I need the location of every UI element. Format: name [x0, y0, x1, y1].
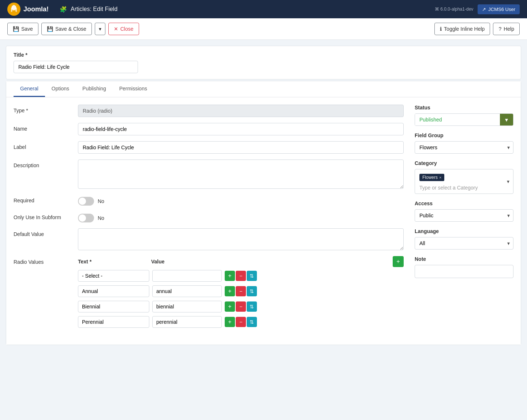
form-right: Status Published Unpublished Archived Tr…	[415, 105, 513, 337]
radio-text-input[interactable]	[78, 270, 149, 282]
radio-text-input[interactable]	[78, 316, 149, 328]
radio-text-input[interactable]	[78, 285, 149, 297]
chevron-down-icon: ▾	[505, 117, 508, 123]
access-group: Access Public Registered Special ▾	[415, 200, 513, 222]
radio-values-label: Radio Values	[14, 256, 72, 265]
radio-row: + − ⇅	[78, 285, 404, 297]
radio-value-input[interactable]	[152, 301, 222, 312]
status-label: Status	[415, 105, 513, 110]
radio-value-input[interactable]	[152, 285, 222, 297]
tab-permissions[interactable]: Permissions	[113, 81, 154, 97]
radio-row: + − ⇅	[78, 270, 404, 282]
save-dropdown-button[interactable]: ▾	[95, 23, 105, 35]
name-input[interactable]	[78, 123, 404, 135]
help-button[interactable]: ? Help	[493, 23, 520, 35]
title-label: Title *	[14, 52, 513, 58]
status-select-wrapper: Published Unpublished Archived Trashed ▾	[415, 113, 513, 126]
name-row: Name	[14, 123, 404, 135]
required-toggle-container: No	[78, 195, 104, 206]
radio-text-input[interactable]	[78, 301, 149, 312]
radio-add-button[interactable]: +	[225, 286, 235, 296]
required-toggle-label: No	[98, 198, 104, 204]
content-wrapper: Title * General Options Publishing Permi…	[0, 40, 527, 351]
label-label: Label	[14, 141, 72, 150]
status-dropdown-button[interactable]: ▾	[500, 114, 513, 125]
required-label: Required	[14, 195, 72, 203]
radio-rows-container: + − ⇅ + − ⇅ + − ⇅ + −	[78, 270, 404, 328]
toolbar-right: ℹ Toggle Inline Help ? Help	[434, 23, 520, 35]
chevron-down-icon: ▾	[99, 26, 101, 32]
title-input[interactable]	[14, 61, 138, 73]
tab-publishing[interactable]: Publishing	[76, 81, 113, 97]
note-group: Note	[415, 256, 513, 278]
tabs-container: General Options Publishing Permissions	[6, 81, 521, 97]
top-bar-right: ⌘ 6.0.0-alpha1-dev ↗ JCMS6 User	[435, 4, 520, 14]
radio-values-table: Text * Value + + − ⇅	[78, 256, 404, 331]
radio-table-header: Text * Value +	[78, 256, 404, 267]
note-label: Note	[415, 256, 513, 262]
radio-move-button[interactable]: ⇅	[247, 271, 257, 281]
tabs: General Options Publishing Permissions	[14, 81, 513, 97]
radio-move-button[interactable]: ⇅	[247, 301, 257, 312]
category-placeholder: Type or select a Category	[419, 185, 478, 191]
language-group: Language All English ▾	[415, 228, 513, 250]
radio-remove-button[interactable]: −	[236, 271, 246, 281]
tab-options[interactable]: Options	[45, 81, 76, 97]
access-select[interactable]: Public Registered Special	[415, 209, 513, 222]
toggle-help-button[interactable]: ℹ Toggle Inline Help	[434, 23, 490, 35]
language-select[interactable]: All English	[415, 237, 513, 250]
radio-add-button[interactable]: +	[225, 317, 235, 327]
status-select[interactable]: Published Unpublished Archived Trashed	[415, 114, 500, 125]
access-select-wrapper: Public Registered Special ▾	[415, 209, 513, 222]
info-icon: ℹ	[440, 26, 442, 32]
radio-remove-button[interactable]: −	[236, 301, 246, 312]
radio-add-button[interactable]: +	[225, 271, 235, 281]
radio-remove-button[interactable]: −	[236, 317, 246, 327]
radio-row-actions: + − ⇅	[225, 271, 257, 281]
save-icon: 💾	[13, 26, 19, 32]
category-container[interactable]: Flowers × Type or select a Category ▾	[415, 169, 513, 194]
radio-move-button[interactable]: ⇅	[247, 286, 257, 296]
radio-add-button[interactable]: +	[225, 301, 235, 312]
title-section: Title *	[6, 46, 521, 79]
field-group-select[interactable]: Flowers	[415, 141, 513, 154]
radio-remove-button[interactable]: −	[236, 286, 246, 296]
form-body: Type * Radio (radio) Name Label	[6, 97, 521, 345]
user-button[interactable]: ↗ JCMS6 User	[478, 4, 520, 14]
external-icon: ↗	[482, 7, 486, 12]
main-wrapper: Title * General Options Publishing Permi…	[0, 40, 527, 420]
note-input[interactable]	[415, 265, 513, 278]
add-radio-row-button[interactable]: +	[393, 256, 404, 267]
name-label: Name	[14, 123, 72, 132]
subform-toggle-container: No	[78, 211, 104, 222]
radio-move-button[interactable]: ⇅	[247, 317, 257, 327]
field-group-label: Field Group	[415, 132, 513, 138]
close-button[interactable]: ✕ Close	[108, 23, 139, 35]
save-close-button[interactable]: 💾 Save & Close	[41, 23, 92, 35]
label-row: Label	[14, 141, 404, 154]
save-button[interactable]: 💾 Save	[7, 23, 38, 35]
tab-general[interactable]: General	[14, 81, 45, 97]
puzzle-icon: 🧩	[60, 6, 67, 13]
category-tag-flowers: Flowers ×	[419, 174, 444, 181]
status-group: Status Published Unpublished Archived Tr…	[415, 105, 513, 126]
category-tag-remove-button[interactable]: ×	[439, 175, 441, 180]
language-select-wrapper: All English ▾	[415, 237, 513, 250]
category-tags: Flowers ×	[419, 172, 509, 183]
default-row: Default Value	[14, 228, 404, 250]
subform-toggle-knob	[79, 214, 86, 222]
default-textarea[interactable]	[78, 228, 404, 250]
subform-label: Only Use In Subform	[14, 211, 72, 220]
radio-row-actions: + − ⇅	[225, 317, 257, 327]
field-group-select-wrapper: Flowers ▾	[415, 141, 513, 154]
page-title: Articles: Edit Field	[71, 6, 117, 12]
radio-row: + − ⇅	[78, 301, 404, 312]
description-textarea[interactable]	[78, 160, 404, 189]
subform-toggle[interactable]	[78, 214, 94, 222]
radio-value-input[interactable]	[152, 270, 222, 282]
radio-value-input[interactable]	[152, 316, 222, 328]
required-toggle[interactable]	[78, 197, 94, 206]
label-input[interactable]	[78, 141, 404, 154]
category-group: Category Flowers × Type or select a Cate…	[415, 160, 513, 194]
type-label: Type *	[14, 105, 72, 113]
